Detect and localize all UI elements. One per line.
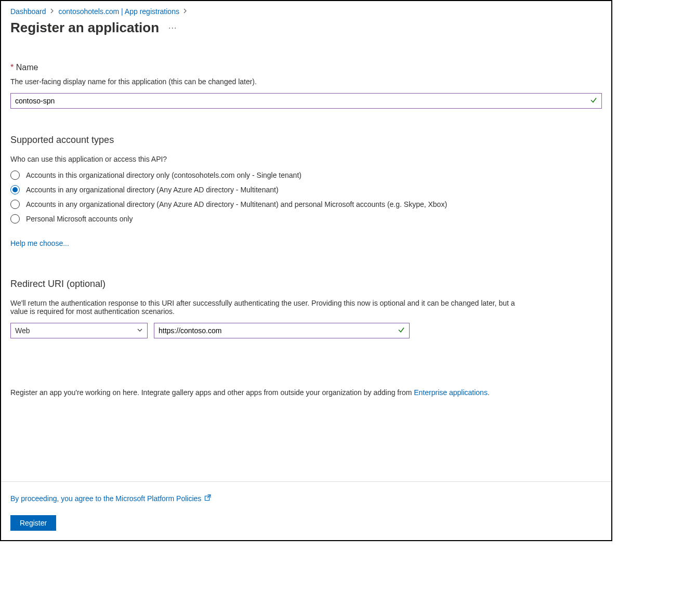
radio-option-multitenant-personal[interactable]: Accounts in any organizational directory…	[10, 200, 602, 209]
account-types-heading: Supported account types	[10, 135, 602, 146]
redirect-helper-text: We'll return the authentication response…	[10, 299, 530, 316]
name-input[interactable]	[11, 94, 601, 108]
radio-label: Accounts in any organizational directory…	[26, 200, 447, 208]
radio-icon	[10, 185, 20, 194]
redirect-uri-heading: Redirect URI (optional)	[10, 279, 602, 290]
redirect-uri-input[interactable]	[154, 323, 409, 338]
radio-option-single-tenant[interactable]: Accounts in this organizational director…	[10, 171, 602, 180]
radio-label: Accounts in this organizational director…	[26, 171, 301, 179]
account-types-question: Who can use this application or access t…	[10, 155, 602, 163]
radio-icon	[10, 200, 20, 209]
radio-option-multitenant[interactable]: Accounts in any organizational directory…	[10, 185, 602, 194]
register-button[interactable]: Register	[10, 515, 56, 531]
platform-select-value: Web	[15, 326, 30, 335]
chevron-right-icon	[50, 8, 55, 15]
breadcrumb-dashboard[interactable]: Dashboard	[10, 7, 46, 16]
name-label: Name	[16, 63, 38, 72]
enterprise-apps-note: Register an app you're working on here. …	[10, 388, 602, 397]
checkmark-icon	[398, 326, 405, 335]
external-link-icon	[204, 494, 211, 503]
chevron-right-icon	[183, 8, 188, 15]
radio-icon	[10, 214, 20, 224]
platform-select[interactable]: Web	[10, 323, 148, 338]
checkmark-icon	[590, 97, 597, 106]
help-me-choose-link[interactable]: Help me choose...	[10, 239, 69, 247]
name-helper-text: The user-facing display name for this ap…	[10, 77, 602, 86]
page-title: Register an application	[10, 20, 159, 36]
redirect-uri-field-wrapper	[154, 323, 410, 338]
platform-policies-link[interactable]: By proceeding, you agree to the Microsof…	[10, 494, 201, 503]
more-options-icon[interactable]: ···	[168, 23, 177, 33]
radio-label: Personal Microsoft accounts only	[26, 215, 133, 223]
required-marker: *	[10, 63, 16, 72]
chevron-down-icon	[137, 326, 143, 335]
breadcrumb: Dashboard contosohotels.com | App regist…	[10, 7, 602, 16]
name-field-wrapper	[10, 93, 602, 109]
radio-label: Accounts in any organizational directory…	[26, 186, 279, 194]
radio-icon	[10, 171, 20, 180]
breadcrumb-app-registrations[interactable]: contosohotels.com | App registrations	[59, 7, 179, 16]
radio-option-personal-only[interactable]: Personal Microsoft accounts only	[10, 214, 602, 224]
enterprise-applications-link[interactable]: Enterprise applications	[414, 388, 488, 397]
